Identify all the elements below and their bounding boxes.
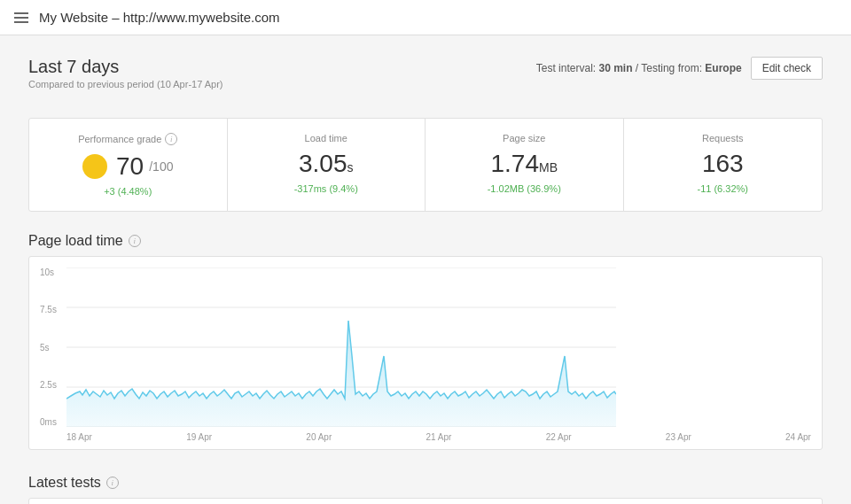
- table-header: DATE & TIME LOAD TIME PAGE SIZE REQUESTS…: [29, 499, 822, 504]
- size-value: 1.74MB: [440, 151, 609, 178]
- metric-label-size: Page size: [440, 133, 609, 143]
- info-icon-chart[interactable]: i: [129, 235, 141, 247]
- location-value: Europe: [705, 62, 741, 74]
- metrics-grid: Performance grade i 70 /100 +3 (4.48%) L…: [28, 118, 823, 212]
- chart-svg: [66, 268, 616, 427]
- main-content: Last 7 days Compared to previous period …: [0, 35, 851, 504]
- page-title: My Website – http://www.mywebsite.com: [39, 10, 279, 25]
- period-header: Last 7 days Compared to previous period …: [28, 57, 223, 89]
- interval-value: 30 min: [598, 62, 632, 74]
- info-icon-tests[interactable]: i: [106, 477, 119, 489]
- metric-performance-grade: Performance grade i 70 /100 +3 (4.48%): [29, 119, 228, 211]
- requests-change: -11 (6.32%): [638, 183, 808, 194]
- period-title: Last 7 days: [28, 57, 223, 77]
- period-subtitle: Compared to previous period (10 Apr-17 A…: [28, 79, 223, 89]
- chart-section-title: Page load time i: [28, 233, 823, 249]
- chart-container: 10s 7.5s 5s 2.5s 0ms: [28, 256, 823, 450]
- grade-circle: [82, 154, 107, 179]
- metric-label-grade: Performance grade i: [43, 133, 213, 145]
- edit-check-button[interactable]: Edit check: [751, 57, 823, 80]
- chart-y-labels: 10s 7.5s 5s 2.5s 0ms: [40, 268, 65, 427]
- metric-label-requests: Requests: [638, 133, 808, 143]
- latest-tests-title: Latest tests i: [28, 475, 823, 491]
- load-change: -317ms (9.4%): [242, 183, 411, 194]
- test-interval-bar: Test interval: 30 min / Testing from: Eu…: [536, 57, 823, 80]
- latest-tests-section: Latest tests i DATE & TIME LOAD TIME PAG…: [28, 475, 823, 504]
- top-bar: My Website – http://www.mywebsite.com: [0, 0, 851, 35]
- chart-x-labels: 18 Apr 19 Apr 20 Apr 21 Apr 22 Apr 23 Ap…: [40, 427, 811, 449]
- grade-max: /100: [149, 159, 173, 174]
- size-change: -1.02MB (36.9%): [440, 183, 609, 194]
- metric-load-time: Load time 3.05s -317ms (9.4%): [228, 119, 426, 211]
- grade-value: 70: [116, 152, 144, 181]
- menu-icon[interactable]: [14, 12, 28, 23]
- load-value: 3.05s: [242, 151, 411, 178]
- tests-table: DATE & TIME LOAD TIME PAGE SIZE REQUESTS…: [28, 498, 823, 504]
- grade-change: +3 (4.48%): [43, 186, 213, 197]
- chart-area: [66, 268, 616, 427]
- metric-requests: Requests 163 -11 (6.32%): [624, 119, 823, 211]
- metric-page-size: Page size 1.74MB -1.02MB (36.9%): [426, 119, 624, 211]
- info-icon-grade[interactable]: i: [165, 133, 177, 145]
- metric-label-load: Load time: [242, 133, 411, 143]
- requests-value: 163: [638, 151, 808, 178]
- test-interval-text: Test interval: 30 min / Testing from: Eu…: [536, 62, 742, 74]
